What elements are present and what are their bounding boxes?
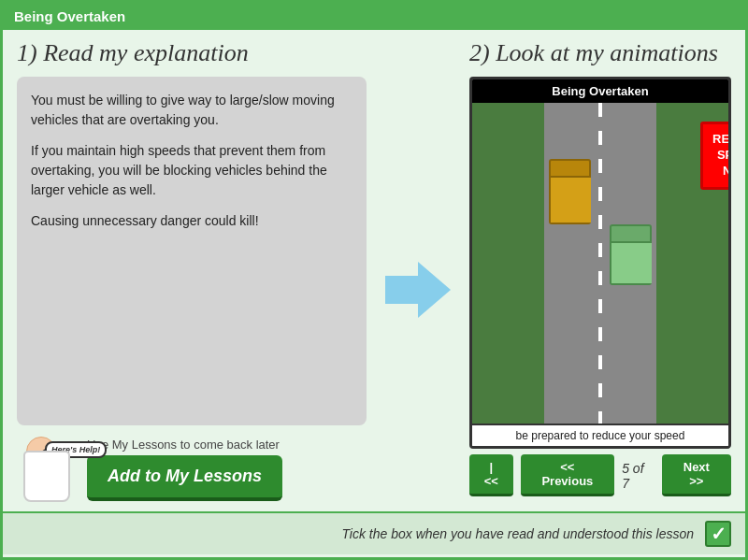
- helper-avatar: Here's Help!: [17, 437, 78, 502]
- lesson-understood-checkbox[interactable]: ✓: [705, 521, 731, 547]
- right-panel: 2) Look at my animations Being Overtaken: [469, 39, 731, 502]
- nav-section: |<< << Previous 5 of 7 Next >>: [469, 449, 731, 502]
- animation-header: Being Overtaken: [472, 79, 728, 103]
- arrow-section: [381, 39, 455, 502]
- header-title: Being Overtaken: [14, 8, 125, 24]
- bottom-text: Tick the box when you have read and unde…: [341, 526, 694, 541]
- page-indicator: 5 of 7: [622, 461, 654, 491]
- left-panel: 1) Read my explanation You must be willi…: [17, 39, 367, 502]
- truck2-cargo: [611, 241, 652, 283]
- truck1-cargo: [551, 176, 591, 223]
- road: [544, 103, 656, 424]
- animation-box: Being Overtaken: [469, 77, 731, 449]
- helper-section: Here's Help! Use My Lessons to come back…: [17, 437, 367, 502]
- main-content: 1) Read my explanation You must be willi…: [3, 30, 745, 554]
- caption-bar: be prepared to reduce your speed: [472, 424, 728, 446]
- doctor-body: [23, 451, 70, 502]
- first-button[interactable]: |<<: [469, 454, 513, 496]
- truck1: [549, 159, 591, 224]
- road-divider: [598, 103, 602, 424]
- explanation-para2: If you maintain high speeds that prevent…: [31, 141, 352, 200]
- helper-text: Use My Lessons to come back later: [87, 438, 282, 452]
- previous-button[interactable]: << Previous: [521, 454, 615, 496]
- truck2: [610, 224, 652, 285]
- add-to-my-lessons-button[interactable]: Add to My Lessons: [87, 455, 282, 501]
- helper-text-btn: Use My Lessons to come back later Add to…: [87, 438, 282, 501]
- road-scene: REDUCE SPEED NOW: [472, 103, 728, 424]
- checkmark-icon: ✓: [711, 523, 726, 545]
- explanation-para1: You must be willing to give way to large…: [31, 91, 352, 130]
- next-button[interactable]: Next >>: [662, 454, 731, 496]
- explanation-para3: Causing unnecessary danger could kill!: [31, 211, 352, 231]
- top-section: 1) Read my explanation You must be willi…: [3, 30, 745, 511]
- reduce-speed-sign: REDUCE SPEED NOW: [700, 122, 731, 190]
- bottom-bar: Tick the box when you have read and unde…: [3, 511, 745, 554]
- explanation-box: You must be willing to give way to large…: [17, 77, 367, 425]
- left-title: 1) Read my explanation: [17, 39, 367, 67]
- page-header: Being Overtaken: [3, 3, 745, 30]
- right-title: 2) Look at my animations: [469, 39, 731, 67]
